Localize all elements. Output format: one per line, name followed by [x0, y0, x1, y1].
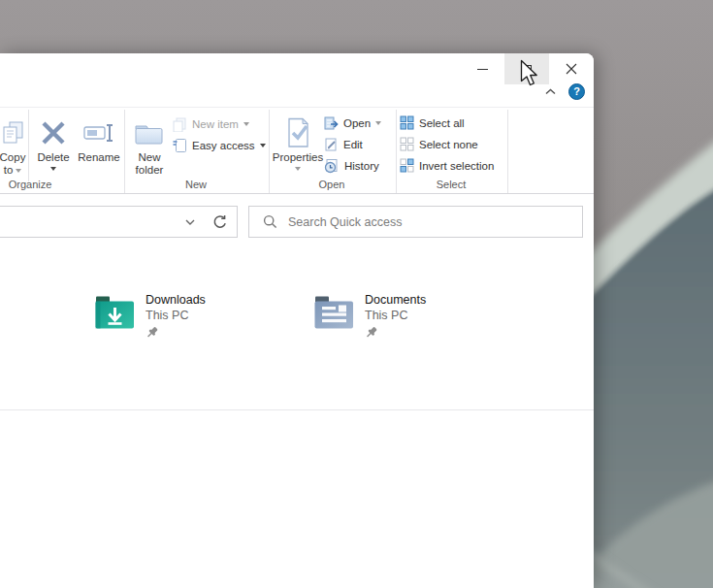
- downloads-folder-icon: [93, 291, 137, 334]
- properties-button[interactable]: Properties: [272, 110, 324, 181]
- refresh-icon: [211, 214, 227, 230]
- new-item-icon: [172, 116, 187, 132]
- edit-button[interactable]: Edit: [323, 134, 363, 154]
- documents-folder-icon: [312, 291, 356, 334]
- help-button[interactable]: ?: [568, 83, 585, 100]
- new-folder-button[interactable]: New folder: [127, 110, 172, 181]
- ribbon-tab-strip: ?: [0, 85, 594, 107]
- file-location: This PC: [365, 308, 426, 323]
- file-item-documents[interactable]: Documents This PC: [312, 291, 426, 340]
- chevron-up-icon: [545, 88, 556, 95]
- minimize-button[interactable]: [460, 53, 504, 84]
- new-folder-icon: [134, 120, 165, 147]
- search-icon: [263, 214, 277, 229]
- select-all-button[interactable]: Select all: [400, 113, 465, 133]
- group-separator: [396, 110, 397, 193]
- refresh-button[interactable]: [202, 207, 237, 237]
- file-name: Downloads: [146, 292, 206, 308]
- new-item-button[interactable]: New item: [172, 114, 249, 134]
- address-bar: [0, 206, 238, 238]
- history-button[interactable]: History: [323, 155, 379, 176]
- close-icon: [566, 63, 577, 75]
- select-none-button[interactable]: Select none: [400, 134, 478, 154]
- pin-icon: [146, 326, 158, 340]
- invert-selection-icon: [400, 158, 414, 173]
- help-icon: ?: [573, 86, 580, 97]
- open-icon: [323, 115, 339, 131]
- content-divider: [0, 409, 594, 410]
- rename-button[interactable]: Rename: [75, 110, 123, 181]
- file-location: This PC: [146, 308, 206, 323]
- group-separator: [28, 110, 29, 181]
- file-item-downloads[interactable]: Downloads This PC: [93, 291, 206, 340]
- file-name: Documents: [365, 292, 426, 308]
- rename-icon: [83, 121, 114, 145]
- dropdown-arrow-icon: [243, 122, 249, 126]
- ribbon-home-tab: Copy to Delete Rename Organize: [0, 107, 594, 194]
- easy-access-button[interactable]: Easy access: [172, 135, 266, 155]
- close-button[interactable]: [549, 53, 594, 84]
- group-label-open: Open: [319, 179, 345, 190]
- open-button[interactable]: Open: [323, 113, 381, 133]
- delete-icon: [40, 119, 67, 147]
- group-label-new: New: [185, 179, 207, 190]
- select-all-icon: [400, 115, 414, 130]
- maximize-button[interactable]: [504, 53, 549, 84]
- explorer-window: ? Copy to Delete: [0, 53, 594, 588]
- group-label-organize: Organize: [9, 179, 52, 190]
- maximize-icon: [523, 65, 532, 74]
- edit-icon: [323, 137, 339, 152]
- dropdown-arrow-icon: [260, 144, 266, 147]
- group-label-select: Select: [437, 179, 467, 190]
- chevron-down-icon: [185, 219, 195, 225]
- properties-icon: [284, 117, 311, 148]
- address-input[interactable]: [0, 215, 178, 229]
- dropdown-arrow-icon: [50, 167, 56, 171]
- delete-button[interactable]: Delete: [32, 110, 75, 181]
- minimize-icon: [477, 69, 488, 70]
- caption-buttons: [460, 53, 594, 84]
- history-icon: [323, 158, 340, 174]
- group-separator: [507, 110, 508, 193]
- search-box: [248, 206, 583, 238]
- search-input[interactable]: [288, 215, 582, 229]
- group-separator: [269, 110, 270, 193]
- ribbon-collapse-button[interactable]: [545, 88, 556, 95]
- invert-selection-button[interactable]: Invert selection: [400, 155, 494, 176]
- dropdown-arrow-icon: [375, 121, 381, 125]
- dropdown-arrow-icon: [16, 169, 21, 173]
- select-none-icon: [400, 137, 414, 151]
- easy-access-icon: [172, 138, 187, 153]
- address-dropdown-button[interactable]: [178, 207, 202, 237]
- titlebar[interactable]: [0, 53, 594, 85]
- dropdown-arrow-icon: [295, 167, 301, 171]
- copy-to-icon: [0, 120, 26, 146]
- group-separator: [124, 110, 125, 193]
- navigation-toolbar: [0, 194, 594, 269]
- pin-icon: [365, 326, 377, 340]
